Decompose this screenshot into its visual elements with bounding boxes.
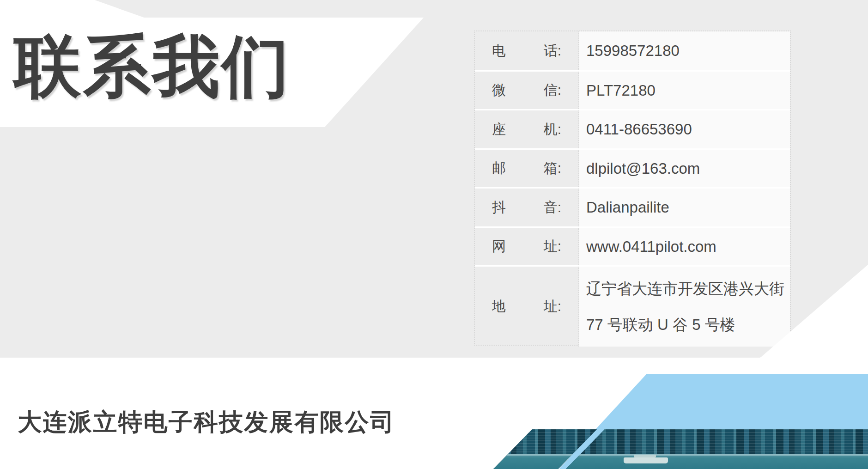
- city-photo: [471, 429, 868, 469]
- company-name: 大连派立特电子科技发展有限公司: [18, 408, 395, 435]
- landline-label: 座 机:: [475, 110, 579, 148]
- table-row-phone: 电 话: 15998572180: [475, 31, 790, 70]
- landline-value: 0411-86653690: [579, 110, 790, 148]
- contact-table: 电 话: 15998572180 微 信: PLT72180 座 机: 0411…: [474, 30, 791, 346]
- wechat-label-left: 微: [492, 81, 506, 100]
- table-row-address: 地 址: 辽宁省大连市开发区港兴大街 77 号联动 U 谷 5 号楼: [475, 265, 790, 347]
- boat-shape: [624, 457, 668, 463]
- douyin-label-right: 音:: [544, 198, 561, 217]
- email-label-left: 邮: [492, 159, 506, 178]
- website-label: 网 址:: [475, 228, 579, 265]
- phone-label-right: 话:: [544, 42, 561, 61]
- douyin-label-left: 抖: [492, 198, 506, 217]
- douyin-value: Dalianpailite: [579, 189, 790, 226]
- douyin-label: 抖 音:: [475, 189, 579, 226]
- address-label-left: 地: [492, 297, 506, 316]
- table-row-wechat: 微 信: PLT72180: [475, 70, 790, 109]
- phone-label: 电 话:: [475, 31, 579, 70]
- table-row-website: 网 址: www.0411pilot.com: [475, 226, 790, 265]
- website-value: www.0411pilot.com: [579, 228, 790, 265]
- email-label-right: 箱:: [544, 159, 561, 178]
- landline-label-left: 座: [492, 120, 506, 139]
- table-row-email: 邮 箱: dlpilot@163.com: [475, 148, 790, 187]
- wechat-label-right: 信:: [544, 81, 561, 100]
- address-label: 地 址:: [475, 267, 579, 347]
- email-label: 邮 箱:: [475, 150, 579, 187]
- table-row-douyin: 抖 音: Dalianpailite: [475, 187, 790, 226]
- landline-label-right: 机:: [544, 120, 561, 139]
- address-value: 辽宁省大连市开发区港兴大街 77 号联动 U 谷 5 号楼: [579, 267, 790, 347]
- website-label-right: 址:: [544, 237, 561, 256]
- address-line-2: 77 号联动 U 谷 5 号楼: [586, 307, 735, 343]
- address-line-1: 辽宁省大连市开发区港兴大街: [586, 271, 784, 307]
- email-value: dlpilot@163.com: [579, 150, 790, 187]
- wechat-label: 微 信:: [475, 72, 579, 109]
- wechat-value: PLT72180: [579, 72, 790, 109]
- address-label-right: 址:: [544, 297, 561, 316]
- table-row-landline: 座 机: 0411-86653690: [475, 109, 790, 148]
- phone-value: 15998572180: [579, 31, 790, 70]
- phone-label-left: 电: [492, 42, 506, 61]
- website-label-left: 网: [492, 237, 506, 256]
- page-title: 联系我们: [14, 31, 411, 102]
